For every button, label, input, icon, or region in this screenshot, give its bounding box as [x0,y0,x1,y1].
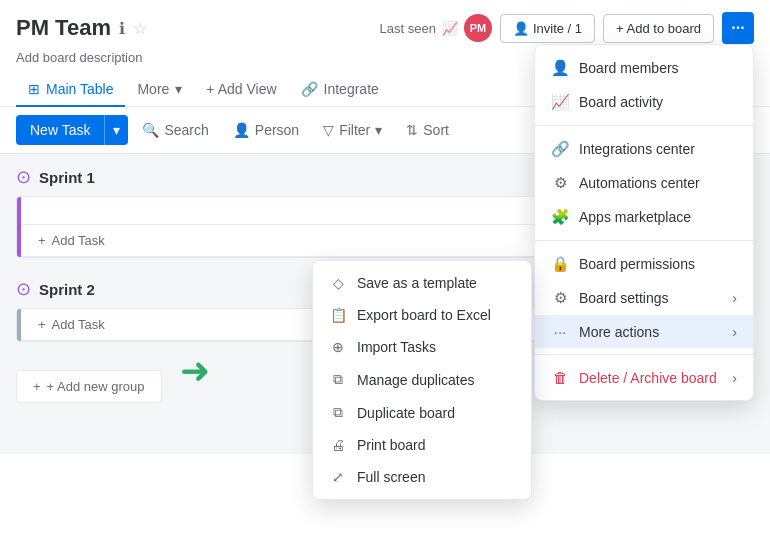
chevron-down-icon: ▾ [175,81,182,97]
dropdown-board-members[interactable]: 👤 Board members [535,51,753,85]
dropdown-board-activity[interactable]: 📈 Board activity [535,85,753,119]
import-icon: ⊕ [329,339,347,355]
sub-full-screen[interactable]: ⤢ Full screen [313,461,531,493]
sub-print-board[interactable]: 🖨 Print board [313,429,531,461]
tab-add-view[interactable]: + Add View [194,73,288,107]
title-right: Last seen 📈 PM 👤 Invite / 1 + Add to boa… [380,12,754,44]
board-title: PM Team [16,15,111,41]
last-seen-label: Last seen 📈 PM [380,14,492,42]
sub-save-template[interactable]: ◇ Save as a template [313,267,531,299]
plus-icon: + [38,233,46,248]
divider-3 [535,354,753,355]
sprint-1-name: Sprint 1 [39,169,95,186]
activity-icon: 📈 [551,93,569,111]
filter-icon: ▽ [323,122,334,138]
dropdown-permissions[interactable]: 🔒 Board permissions [535,247,753,281]
table-icon: ⊞ [28,81,40,97]
plus-icon-2: + [38,317,46,332]
sub-export-excel[interactable]: 📋 Export board to Excel [313,299,531,331]
delete-chevron: › [732,370,737,386]
sub-import-tasks[interactable]: ⊕ Import Tasks [313,331,531,363]
plus-icon-3: + [33,379,41,394]
new-task-button[interactable]: New Task ▾ [16,115,128,145]
more-options-button[interactable]: ··· [722,12,754,44]
members-icon: 👤 [551,59,569,77]
sort-button[interactable]: ⇅ Sort [396,116,459,144]
filter-chevron: ▾ [375,122,382,138]
dropdown-settings[interactable]: ⚙ Board settings › [535,281,753,315]
trash-icon: 🗑 [551,369,569,386]
dropdown-automations[interactable]: ⚙ Automations center [535,166,753,200]
person-icon: 👤 [233,122,250,138]
person-button[interactable]: 👤 Person [223,116,309,144]
avatar: PM [464,14,492,42]
filter-button[interactable]: ▽ Filter ▾ [313,116,392,144]
sprint-1-collapse-icon[interactable]: ⊙ [16,166,31,188]
apps-icon: 🧩 [551,208,569,226]
add-new-group-button[interactable]: + + Add new group [16,370,162,403]
sort-icon: ⇅ [406,122,418,138]
new-task-label[interactable]: New Task [16,115,105,145]
divider-1 [535,125,753,126]
star-icon[interactable]: ☆ [133,19,147,38]
dropdown-integrations[interactable]: 🔗 Integrations center [535,132,753,166]
title-row: PM Team ℹ ☆ Last seen 📈 PM 👤 Invite / 1 … [16,12,754,44]
template-icon: ◇ [329,275,347,291]
more-actions-icon: ··· [551,323,569,340]
invite-button[interactable]: 👤 Invite / 1 [500,14,595,43]
info-icon[interactable]: ℹ [119,19,125,38]
title-left: PM Team ℹ ☆ [16,15,147,41]
sub-manage-duplicates[interactable]: ⧉ Manage duplicates [313,363,531,396]
duplicates-icon: ⧉ [329,371,347,388]
sprint-2-name: Sprint 2 [39,281,95,298]
sub-duplicate-board[interactable]: ⧉ Duplicate board [313,396,531,429]
duplicate-icon: ⧉ [329,404,347,421]
integrations-icon: 🔗 [551,140,569,158]
main-dropdown: 👤 Board members 📈 Board activity 🔗 Integ… [534,44,754,401]
search-button[interactable]: 🔍 Search [132,116,218,144]
green-arrow: ➜ [180,350,210,392]
dropdown-apps[interactable]: 🧩 Apps marketplace [535,200,753,234]
dropdown-more-actions[interactable]: ··· More actions › [535,315,753,348]
sprint-2-collapse-icon[interactable]: ⊙ [16,278,31,300]
export-icon: 📋 [329,307,347,323]
dropdown-delete-archive[interactable]: 🗑 Delete / Archive board › [535,361,753,394]
print-icon: 🖨 [329,437,347,453]
new-task-dropdown-arrow[interactable]: ▾ [105,115,128,145]
tab-main-table[interactable]: ⊞ Main Table [16,73,125,107]
integrate-icon: 🔗 [301,81,318,97]
fullscreen-icon: ⤢ [329,469,347,485]
tab-integrate[interactable]: 🔗 Integrate [289,73,391,107]
tab-more[interactable]: More ▾ [125,73,194,107]
sub-dropdown: ◇ Save as a template 📋 Export board to E… [312,260,532,500]
divider-2 [535,240,753,241]
more-actions-chevron: › [732,324,737,340]
trend-icon: 📈 [442,21,458,36]
lock-icon: 🔒 [551,255,569,273]
settings-chevron: › [732,290,737,306]
automations-icon: ⚙ [551,174,569,192]
add-to-board-button[interactable]: + Add to board [603,14,714,43]
invite-icon: 👤 [513,21,529,36]
settings-icon: ⚙ [551,289,569,307]
search-icon: 🔍 [142,122,159,138]
